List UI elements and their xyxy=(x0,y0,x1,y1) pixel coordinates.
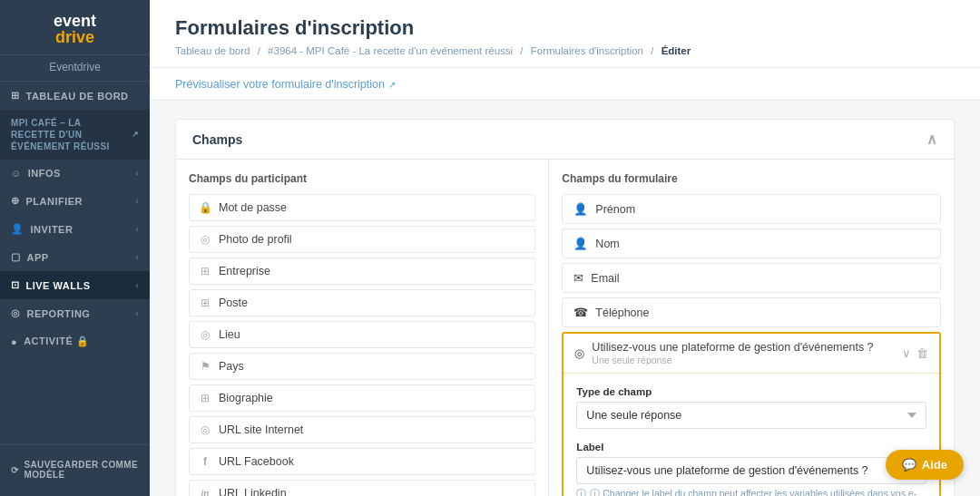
sidebar: event drive Eventdrive ⊞ TABLEAU DE BORD… xyxy=(0,0,150,496)
chevron-icon: ‹ xyxy=(136,169,140,178)
form-field-telephone[interactable]: ☎ Téléphone xyxy=(562,297,941,327)
sidebar-item-infos[interactable]: ☺ INFOS ‹ xyxy=(0,160,150,187)
hint-text: ⓘ Changer le label du champ peut affecte… xyxy=(590,488,926,496)
person-icon: 👤 xyxy=(573,237,588,250)
save-icon: ⟳ xyxy=(11,465,18,475)
field-entreprise[interactable]: ⊞ Entreprise xyxy=(189,258,535,285)
lock-icon: 🔒 xyxy=(199,201,211,214)
field-editor-body: Type de champ Une seule réponse Label xyxy=(564,374,939,496)
logo-event: event xyxy=(54,12,96,30)
field-pays[interactable]: ⚑ Pays xyxy=(189,353,535,380)
bio-icon: ⊞ xyxy=(199,392,211,404)
form-fields-col: Champs du formulaire 👤 Prénom 👤 Nom xyxy=(549,160,954,496)
field-mot-de-passe[interactable]: 🔒 Mot de passe xyxy=(189,194,535,221)
page-title: Formulaires d'inscription xyxy=(175,16,955,40)
field-label: URL Facebook xyxy=(219,455,294,468)
chevron-down-icon[interactable]: ∨ xyxy=(902,346,911,360)
field-url-linkedin[interactable]: in URL Linkedin xyxy=(189,480,535,496)
sidebar-item-activite[interactable]: ● ACTIVITÉ 🔒 xyxy=(0,327,150,355)
field-type-select[interactable]: Une seule réponse xyxy=(576,402,926,429)
breadcrumb-item-2[interactable]: Formulaires d'inscription xyxy=(531,45,643,56)
infos-icon: ☺ xyxy=(11,168,22,179)
collapse-icon[interactable]: ∧ xyxy=(926,131,937,148)
sidebar-item-label: INFOS xyxy=(28,168,61,179)
facebook-icon: f xyxy=(199,455,211,468)
form-field-nom[interactable]: 👤 Nom xyxy=(562,229,941,258)
field-label-group: Label ⓘ ⓘ Changer le label du champ peut… xyxy=(576,442,926,496)
grid-icon: ⊞ xyxy=(11,90,20,102)
company-icon: ⊞ xyxy=(199,265,211,277)
field-url-facebook[interactable]: f URL Facebook xyxy=(189,448,535,475)
external-link-icon: ↗ xyxy=(388,80,396,90)
form-field-email[interactable]: ✉ Email xyxy=(562,263,941,293)
sidebar-bottom: ⟳ SAUVEGARDER COMME MODÈLE xyxy=(0,444,150,496)
field-poste[interactable]: ⊞ Poste xyxy=(189,289,535,316)
field-label: Email xyxy=(591,272,619,285)
label-label: Label xyxy=(576,442,926,452)
sidebar-item-reporting[interactable]: ◎ REPORTING ‹ xyxy=(0,299,150,327)
field-label: Poste xyxy=(219,297,248,309)
chevron-icon: ‹ xyxy=(136,253,140,262)
url-icon: ◎ xyxy=(199,423,211,436)
main-content: Formulaires d'inscription Tableau de bor… xyxy=(150,0,980,496)
field-label: URL Linkedin xyxy=(219,487,287,496)
help-button[interactable]: 💬 Aide xyxy=(886,450,964,480)
sidebar-item-planifier[interactable]: ⊕ PLANIFIER ‹ xyxy=(0,187,150,215)
phone-icon: ☎ xyxy=(573,306,588,319)
field-label: URL site Internet xyxy=(219,423,303,436)
live-walls-icon: ⊡ xyxy=(11,279,20,291)
breadcrumb-item-1[interactable]: #3964 - MPI Café - La recette d'un événe… xyxy=(268,45,513,56)
field-label-input[interactable] xyxy=(576,457,926,484)
chevron-icon: ‹ xyxy=(136,197,140,206)
breadcrumb: Tableau de bord / #3964 - MPI Café - La … xyxy=(175,45,955,56)
help-label: Aide xyxy=(922,458,947,472)
breadcrumb-item-3: Éditer xyxy=(662,45,691,56)
form-field-plateforme-expanded: ◎ Utilisez-vous une plateforme de gestio… xyxy=(562,332,941,496)
field-lieu[interactable]: ◎ Lieu xyxy=(189,321,535,348)
sidebar-item-label: REPORTING xyxy=(27,308,91,319)
flag-icon: ⚑ xyxy=(199,360,211,373)
planifier-icon: ⊕ xyxy=(11,195,20,207)
linkedin-icon: in xyxy=(199,489,211,497)
logo-container: event drive xyxy=(0,0,150,55)
field-url-site[interactable]: ◎ URL site Internet xyxy=(189,416,535,443)
poste-icon: ⊞ xyxy=(199,297,211,309)
field-label: Photo de profil xyxy=(219,233,292,246)
sidebar-item-label: LIVE WALLS xyxy=(26,280,91,291)
field-label: Lieu xyxy=(219,328,240,341)
field-editor-header[interactable]: ◎ Utilisez-vous une plateforme de gestio… xyxy=(564,334,939,374)
field-photo-profil[interactable]: ◎ Photo de profil xyxy=(189,226,535,253)
activite-icon: ● xyxy=(11,336,17,347)
sidebar-item-app[interactable]: ▢ APP ‹ xyxy=(0,243,150,271)
chevron-icon: ‹ xyxy=(136,225,140,234)
preview-link[interactable]: Prévisualiser votre formulaire d'inscrip… xyxy=(175,78,396,91)
save-label: SAUVEGARDER COMME MODÈLE xyxy=(24,460,139,480)
person-icon: 👤 xyxy=(573,202,588,216)
participant-fields-title: Champs du participant xyxy=(189,172,535,185)
breadcrumb-item-0[interactable]: Tableau de bord xyxy=(175,45,250,56)
external-link-icon: ↗ xyxy=(132,130,139,141)
sidebar-item-tableau-de-bord[interactable]: ⊞ TABLEAU DE BORD xyxy=(0,82,150,110)
field-type-group: Type de champ Une seule réponse xyxy=(576,386,926,429)
field-label: Utilisez-vous une plateforme de gestion … xyxy=(592,341,873,354)
fields-panel: Champs ∧ Champs du participant 🔒 Mot de … xyxy=(175,119,955,496)
toolbar: Prévisualiser votre formulaire d'inscrip… xyxy=(150,68,980,101)
form-field-prenom[interactable]: 👤 Prénom xyxy=(562,194,941,224)
sidebar-nav: ⊞ TABLEAU DE BORD MPI CAFÉ – LA RECETTE … xyxy=(0,82,150,444)
sidebar-item-live-walls[interactable]: ⊡ LIVE WALLS ‹ xyxy=(0,271,150,299)
label-hint: ⓘ ⓘ Changer le label du champ peut affec… xyxy=(576,488,926,496)
preview-link-text: Prévisualiser votre formulaire d'inscrip… xyxy=(175,78,385,91)
field-biographie[interactable]: ⊞ Biographie xyxy=(189,384,535,412)
sidebar-item-label: APP xyxy=(27,252,49,263)
type-label: Type de champ xyxy=(576,386,926,397)
form-fields-title: Champs du formulaire xyxy=(562,172,941,185)
sidebar-item-label: TABLEAU DE BORD xyxy=(26,91,129,102)
chat-icon: 💬 xyxy=(902,458,916,472)
content-area: Champs ∧ Champs du participant 🔒 Mot de … xyxy=(150,101,980,496)
delete-icon[interactable]: 🗑 xyxy=(916,346,928,360)
photo-icon: ◎ xyxy=(199,233,211,246)
sidebar-item-inviter[interactable]: 👤 INVITER ‹ xyxy=(0,215,150,243)
sidebar-item-label: ACTIVITÉ 🔒 xyxy=(24,336,89,347)
save-as-model-button[interactable]: ⟳ SAUVEGARDER COMME MODÈLE xyxy=(11,454,139,485)
logo-drive: drive xyxy=(55,28,94,46)
